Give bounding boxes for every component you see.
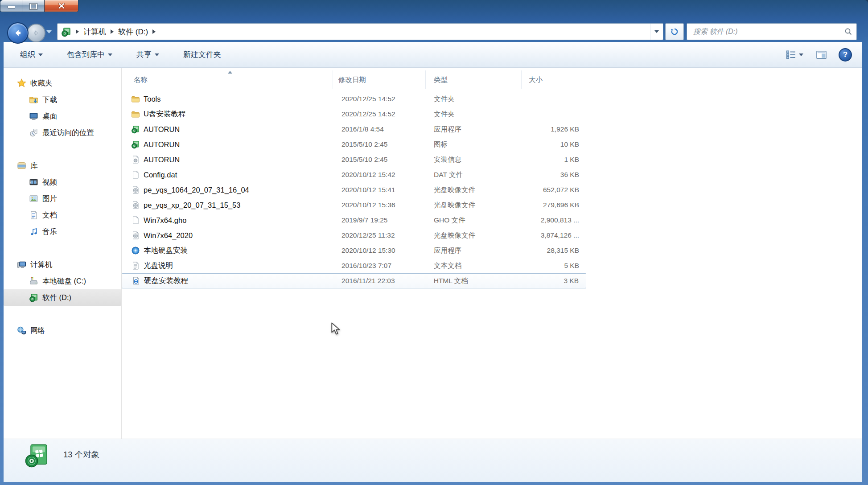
network-icon bbox=[17, 326, 26, 335]
sidebar-item-计算机[interactable]: 计算机 bbox=[4, 256, 121, 273]
breadcrumb-item[interactable]: 软件 (D:) bbox=[118, 27, 148, 37]
sidebar-item-label: 桌面 bbox=[42, 111, 57, 121]
file-name: pe_yqs_xp_20_07_31_15_53 bbox=[144, 201, 240, 210]
breadcrumb-root-button[interactable] bbox=[61, 27, 71, 37]
mouse-cursor bbox=[330, 322, 342, 336]
file-blank-icon bbox=[131, 216, 140, 225]
file-name-cell: Tools bbox=[122, 95, 333, 103]
file-name: 光盘说明 bbox=[144, 261, 173, 271]
toolbar-button-新建文件夹[interactable]: 新建文件夹 bbox=[179, 47, 226, 62]
sidebar-item-网络[interactable]: 网络 bbox=[4, 322, 121, 339]
column-header-修改日期[interactable]: 修改日期 bbox=[333, 70, 426, 89]
column-header-label: 修改日期 bbox=[338, 75, 366, 85]
file-date-cell: 2020/12/25 14:52 bbox=[333, 110, 426, 118]
column-header-名称[interactable]: 名称 bbox=[122, 70, 333, 89]
file-type-cell: 文件夹 bbox=[426, 95, 522, 104]
file-row[interactable]: AUTORUN2016/1/8 4:54应用程序1,926 KB bbox=[122, 122, 586, 137]
file-row[interactable]: pe_yqs_xp_20_07_31_15_532020/10/12 15:36… bbox=[122, 197, 586, 213]
chevron-down-icon bbox=[654, 30, 659, 33]
breadcrumb-separator-icon bbox=[76, 29, 79, 34]
file-date-cell: 2015/5/10 2:45 bbox=[333, 140, 426, 148]
change-view-button[interactable] bbox=[786, 50, 803, 59]
recent-pages-chevron[interactable] bbox=[46, 30, 52, 33]
videos-icon bbox=[29, 177, 38, 187]
sidebar-item-label: 音乐 bbox=[42, 227, 57, 237]
sidebar-item-label: 文档 bbox=[42, 210, 57, 220]
preview-pane-button[interactable] bbox=[816, 50, 826, 59]
sidebar-item-桌面[interactable]: 桌面 bbox=[4, 108, 121, 124]
file-name: U盘安装教程 bbox=[144, 109, 185, 119]
address-dropdown-button[interactable] bbox=[650, 24, 663, 40]
sidebar-item-本地磁盘 (C:)[interactable]: 本地磁盘 (C:) bbox=[4, 273, 121, 289]
search-box bbox=[687, 23, 857, 40]
toolbar-button-包含到库中[interactable]: 包含到库中 bbox=[62, 47, 117, 62]
sidebar-item-库[interactable]: 库 bbox=[4, 157, 121, 174]
file-name-cell: 本地硬盘安装 bbox=[122, 246, 333, 255]
details-pane: 13 个对象 bbox=[4, 439, 862, 482]
forward-button[interactable] bbox=[27, 24, 45, 42]
file-row[interactable]: U盘安装教程2020/12/25 14:52文件夹 bbox=[122, 107, 586, 122]
address-bar[interactable]: 计算机软件 (D:) bbox=[57, 23, 663, 40]
file-date-cell: 2020/10/12 15:42 bbox=[333, 171, 426, 179]
file-row[interactable]: Win7x64.gho2019/9/7 19:25GHO 文件2,900,813… bbox=[122, 213, 586, 228]
file-row[interactable]: pe_yqs_1064_20_07_31_16_042020/10/12 15:… bbox=[122, 182, 586, 197]
autorun-green-icon bbox=[131, 125, 140, 134]
sidebar-item-label: 库 bbox=[30, 161, 38, 171]
search-input[interactable] bbox=[692, 27, 844, 36]
toolbar-button-组织[interactable]: 组织 bbox=[16, 47, 47, 62]
file-name: Tools bbox=[144, 95, 161, 103]
file-size-cell: 28,315 KB bbox=[522, 247, 586, 255]
close-button[interactable] bbox=[45, 0, 78, 12]
file-row[interactable]: Tools2020/12/25 14:52文件夹 bbox=[122, 91, 586, 107]
sidebar-item-软件 (D:)[interactable]: 软件 (D:) bbox=[4, 289, 121, 306]
back-button[interactable] bbox=[7, 22, 29, 44]
desktop-icon bbox=[29, 111, 38, 121]
sidebar-item-label: 网络 bbox=[30, 326, 45, 336]
file-name-cell: AUTORUN bbox=[122, 155, 333, 164]
sidebar-item-收藏夹[interactable]: 收藏夹 bbox=[4, 75, 121, 91]
toolbar-button-共享[interactable]: 共享 bbox=[132, 47, 164, 62]
disc-image-icon bbox=[131, 185, 140, 194]
search-icon[interactable] bbox=[844, 27, 853, 36]
file-size-cell: 279,696 KB bbox=[522, 201, 586, 209]
breadcrumb-separator-icon bbox=[152, 29, 156, 34]
file-name-cell: Win7x64_2020 bbox=[122, 231, 333, 240]
file-size-cell: 3,874,126 ... bbox=[522, 231, 586, 239]
file-name-cell: U盘安装教程 bbox=[122, 109, 333, 119]
breadcrumb-item[interactable]: 计算机 bbox=[83, 27, 106, 37]
app-blue-icon bbox=[131, 246, 140, 255]
sidebar-item-视频[interactable]: 视频 bbox=[4, 174, 121, 190]
computer-icon bbox=[17, 260, 26, 269]
sidebar-item-音乐[interactable]: 音乐 bbox=[4, 223, 121, 240]
sidebar-item-最近访问的位置[interactable]: 最近访问的位置 bbox=[4, 124, 121, 141]
file-name-cell: pe_yqs_xp_20_07_31_15_53 bbox=[122, 201, 333, 210]
file-row[interactable]: 本地硬盘安装2020/10/12 15:30应用程序28,315 KB bbox=[122, 243, 586, 258]
sidebar-item-文档[interactable]: 文档 bbox=[4, 207, 121, 223]
library-icon bbox=[17, 161, 26, 170]
minimize-button[interactable] bbox=[0, 0, 22, 12]
file-size-cell: 5 KB bbox=[522, 262, 586, 270]
column-header-label: 类型 bbox=[434, 75, 448, 85]
refresh-button[interactable] bbox=[665, 23, 684, 40]
sidebar-item-下载[interactable]: 下载 bbox=[4, 91, 121, 108]
file-row[interactable]: AUTORUN2015/5/10 2:45安装信息1 KB bbox=[122, 152, 586, 167]
file-type-cell: 文本文档 bbox=[426, 261, 522, 271]
help-button[interactable]: ? bbox=[839, 48, 852, 62]
file-date-cell: 2019/9/7 19:25 bbox=[333, 216, 426, 224]
navigation-pane: 收藏夹下载桌面最近访问的位置库视频图片文档音乐计算机本地磁盘 (C:)软件 (D… bbox=[4, 68, 121, 439]
file-row[interactable]: 光盘说明2016/10/23 7:07文本文档5 KB bbox=[122, 258, 586, 273]
file-row[interactable]: Config.dat2020/10/12 15:42DAT 文件36 KB bbox=[122, 167, 586, 182]
file-name: Config.dat bbox=[144, 171, 177, 179]
sidebar-item-图片[interactable]: 图片 bbox=[4, 190, 121, 207]
file-row[interactable]: AUTORUN2015/5/10 2:45图标10 KB bbox=[122, 137, 586, 152]
file-row[interactable]: 硬盘安装教程2016/11/21 22:03HTML 文档3 KB bbox=[122, 273, 586, 288]
column-header-大小[interactable]: 大小 bbox=[522, 70, 586, 89]
drive-green-icon bbox=[61, 27, 71, 37]
column-header-类型[interactable]: 类型 bbox=[426, 70, 522, 89]
file-row[interactable]: Win7x64_20202020/12/25 11:32光盘映像文件3,874,… bbox=[122, 228, 586, 243]
file-name: Win7x64.gho bbox=[144, 216, 186, 225]
file-date-cell: 2020/12/25 14:52 bbox=[333, 95, 426, 103]
chevron-down-icon bbox=[799, 53, 803, 56]
sidebar-item-label: 收藏夹 bbox=[30, 78, 53, 88]
maximize-button[interactable] bbox=[22, 0, 45, 12]
